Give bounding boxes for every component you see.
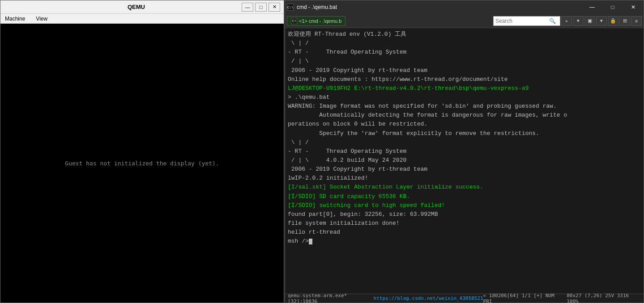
- tab-label: <1> cmd - .\qemu.b: [299, 18, 341, 24]
- qemu-menubar: Machine View: [0, 14, 284, 24]
- menu-view[interactable]: View: [33, 15, 50, 23]
- search-container: 🔍: [493, 16, 560, 26]
- dropdown2-button[interactable]: ▾: [596, 16, 607, 26]
- terminal-line: [I/sal.skt] Socket Abstraction Layer ini…: [288, 183, 641, 192]
- menu-machine[interactable]: Machine: [2, 15, 28, 23]
- qemu-minimize-button[interactable]: —: [242, 3, 253, 12]
- cmd-tab[interactable]: C:\ <1> cmd - .\qemu.b: [287, 16, 345, 26]
- terminal-line: 欢迎使用 RT-Thread env (V1.2.0) 工具: [288, 30, 641, 39]
- chevron-down-icon-2: ▾: [600, 18, 603, 24]
- cmd-terminal-content[interactable]: 欢迎使用 RT-Thread env (V1.2.0) 工具 \ | /- RT…: [285, 28, 644, 294]
- status-url: https://blog.csdn.net/weixin_43058521: [374, 295, 483, 301]
- qemu-display-message: Guest has not initialized the display (y…: [65, 160, 219, 167]
- lock-icon: 🔒: [610, 18, 616, 24]
- status-process: qemu-system-arm.exe*[32]:10836: [288, 293, 374, 303]
- terminal-line: / | \: [288, 57, 641, 66]
- cmd-window-controls: — □ ✕: [582, 0, 644, 14]
- cmd-window-icon: C:\: [287, 4, 294, 11]
- status-right-info: 80x27 (7,26) 25V 3316 100%: [567, 293, 641, 303]
- cmd-minimize-button[interactable]: —: [582, 0, 602, 14]
- tab-icon: C:\: [291, 18, 297, 24]
- terminal-line: found part[0], begin: 32256, size: 63.99…: [288, 210, 641, 219]
- cmd-statusbar: qemu-system-arm.exe*[32]:10836 https://b…: [285, 294, 644, 303]
- pane-icon: ▣: [588, 18, 592, 24]
- terminal-line: / | \ 4.0.2 build May 24 2020: [288, 156, 641, 165]
- search-icon: 🔍: [549, 18, 556, 24]
- terminal-line: - RT - Thread Operating System: [288, 48, 641, 57]
- terminal-line: WARNING: Image format was not specified …: [288, 102, 641, 111]
- menu-button[interactable]: ≡: [631, 16, 642, 26]
- cmd-maximize-button[interactable]: □: [602, 0, 623, 14]
- qemu-titlebar: QEMU — □ ✕: [0, 0, 284, 14]
- terminal-cursor: [309, 239, 312, 244]
- qemu-display: Guest has not initialized the display (y…: [0, 24, 284, 303]
- qemu-maximize-button[interactable]: □: [255, 3, 267, 12]
- status-info: « 180206[64] 1/1 [+] NUM PRI 80x27 (7,26…: [483, 293, 641, 303]
- terminal-line: - RT - Thread Operating System: [288, 147, 641, 156]
- terminal-line: file system initialization done!: [288, 219, 641, 228]
- search-input[interactable]: [494, 18, 547, 24]
- cmd-title-left: C:\ cmd - .\qemu.bat: [287, 4, 337, 11]
- search-button[interactable]: 🔍: [547, 16, 557, 26]
- terminal-line: lwIP-2.0.2 initialized!: [288, 174, 641, 183]
- cmd-titlebar: C:\ cmd - .\qemu.bat — □ ✕: [285, 0, 644, 14]
- layout-button[interactable]: ▣: [584, 16, 595, 26]
- qemu-window-title: QEMU: [31, 4, 242, 10]
- terminal-line: perations on block 0 will be restricted.: [288, 120, 641, 129]
- terminal-line: LJ@DESKTOP-U919FH2 E:\rt-thread-v4.0.2\r…: [288, 84, 641, 93]
- chevron-down-icon: ▾: [577, 18, 580, 24]
- cmd-toolbar: C:\ <1> cmd - .\qemu.b 🔍 + ▾ ▣ ▾ 🔒 ⊞: [285, 14, 644, 28]
- cmd-close-button[interactable]: ✕: [623, 0, 644, 14]
- qemu-window: QEMU — □ ✕ Machine View Guest has not in…: [0, 0, 284, 303]
- split-button[interactable]: ⊞: [619, 16, 630, 26]
- terminal-line: \ | /: [288, 39, 641, 48]
- terminal-line: 2006 - 2019 Copyright by rt-thread team: [288, 165, 641, 174]
- status-middle: « 180206[64] 1/1 [+] NUM PRI: [483, 293, 563, 303]
- terminal-line: Online help documents : https://www.rt-t…: [288, 75, 641, 84]
- dropdown-button[interactable]: ▾: [573, 16, 584, 26]
- terminal-line: > .\qemu.bat: [288, 93, 641, 102]
- qemu-window-controls: — □ ✕: [242, 3, 280, 12]
- split-icon: ⊞: [623, 18, 627, 24]
- cmd-window: C:\ cmd - .\qemu.bat — □ ✕ C:\ <1> cmd -…: [285, 0, 644, 303]
- terminal-line: 2006 - 2019 Copyright by rt-thread team: [288, 66, 641, 75]
- add-icon: +: [565, 18, 568, 24]
- terminal-line: Specify the 'raw' format explicitly to r…: [288, 129, 641, 138]
- terminal-line: msh />: [288, 237, 641, 246]
- qemu-close-button[interactable]: ✕: [269, 3, 280, 12]
- terminal-line: [I/SDIO] switching card to high speed fa…: [288, 201, 641, 210]
- lock-button[interactable]: 🔒: [608, 16, 618, 26]
- terminal-line: [I/SDIO] SD card capacity 65536 KB.: [288, 192, 641, 201]
- hamburger-icon: ≡: [635, 18, 638, 24]
- terminal-line: hello rt-thread: [288, 228, 641, 237]
- terminal-line: Automatically detecting the format is da…: [288, 111, 641, 120]
- terminal-line: \ | /: [288, 138, 641, 147]
- add-tab-button[interactable]: +: [561, 16, 572, 26]
- cmd-window-title: cmd - .\qemu.bat: [297, 4, 337, 10]
